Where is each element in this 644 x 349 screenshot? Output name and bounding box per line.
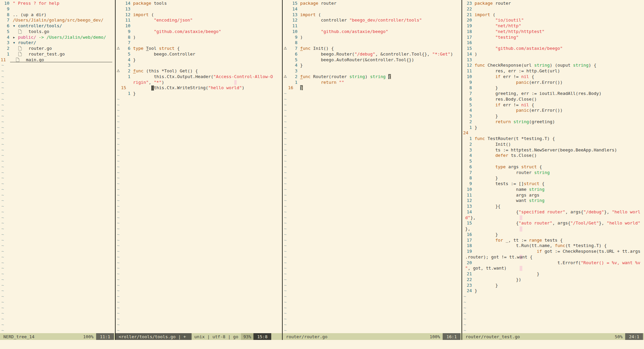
code-row[interactable]: 12 want string	[462, 198, 644, 204]
code-row[interactable]: 17 for _, tt := range tests {	[462, 238, 644, 243]
code-row[interactable]: 9 "github.com/astaxie/beego"	[116, 29, 282, 35]
code-row[interactable]: 12import (	[116, 12, 282, 18]
nerdtree-pane[interactable]: 10" Press ? for help98.. (up a dir)7/Use…	[0, 0, 115, 333]
code-row[interactable]: 13import (	[283, 12, 461, 18]
code-row[interactable]: 1 this.Ctx.Output.Header("Access-Control…	[116, 74, 282, 80]
code-row[interactable]: 10 name string	[462, 187, 644, 193]
code-row[interactable]: 11 args args	[462, 193, 644, 198]
code-row[interactable]: 9 panic(err.Error())	[462, 80, 644, 85]
tree-row[interactable]: 4▸ public/ -> /Users/Jialin/web/demo/	[0, 35, 115, 40]
code-row[interactable]: ", got, tt.want)	[462, 266, 644, 271]
code-row[interactable]: 23 }	[462, 283, 644, 288]
code-row[interactable]: 6 type args struct {	[462, 164, 644, 170]
code-row[interactable]: 7	[116, 40, 282, 46]
code-row[interactable]: 24}	[462, 288, 644, 294]
code-row[interactable]: ⚠2func (this *Tool) Get() {	[116, 68, 282, 74]
tree-row[interactable]: 11 main.go	[0, 57, 115, 63]
status-segment-2[interactable]: router/router.go100%16:1	[283, 333, 461, 340]
code-row[interactable]: 1func TestRouter(t *testing.T) {	[462, 136, 644, 142]
code-row[interactable]: 23package router	[462, 1, 644, 6]
code-row[interactable]: 2 return string(greeting)	[462, 119, 644, 125]
code-row[interactable]: 11 "encoding/json"	[116, 18, 282, 23]
code-row[interactable]: 10 "github.com/astaxie/beego"	[283, 29, 461, 35]
code-row[interactable]: 7 greeting, err := ioutil.ReadAll(res.Bo…	[462, 91, 644, 97]
tree-row[interactable]: 7/Users/Jialin/golang/src/beego_dev/	[0, 18, 115, 23]
tree-row[interactable]: 9	[0, 6, 115, 12]
code-row[interactable]: 8)	[116, 35, 282, 40]
code-row[interactable]: 13	[116, 6, 282, 12]
code-row[interactable]: 4 panic(err.Error())	[462, 108, 644, 113]
code-row[interactable]: 12 controller "beego_dev/controller/tool…	[283, 18, 461, 23]
code-row[interactable]: 10	[116, 23, 282, 29]
code-row[interactable]: 11	[283, 23, 461, 29]
code-row[interactable]: 3 }	[462, 113, 644, 119]
code-row[interactable]: 14	[283, 6, 461, 12]
code-row[interactable]: 9)	[283, 35, 461, 40]
tree-row[interactable]: 5 tools.go	[0, 29, 115, 35]
code-row[interactable]: 3	[116, 63, 282, 68]
status-segment-3[interactable]: router/router_test.go50%24:1	[462, 333, 644, 340]
code-row[interactable]: 3	[283, 68, 461, 74]
code-row[interactable]: 12func CheckResponse(url string) (ouput …	[462, 63, 644, 68]
code-row[interactable]: 18 "net/http/httptest"	[462, 29, 644, 35]
code-row[interactable]: 17 "testing"	[462, 35, 644, 40]
router-test-go-pane[interactable]: 23package router2221import (20 "io/iouti…	[462, 0, 644, 333]
code-row[interactable]: 13	[462, 57, 644, 63]
code-row[interactable]: 19 "net/http"	[462, 23, 644, 29]
tree-row[interactable]: 1 router_test.go	[0, 51, 115, 57]
tree-row[interactable]: 6▾ controller/tools/	[0, 23, 115, 29]
code-row[interactable]: },	[462, 226, 644, 232]
tree-row[interactable]: 8.. (up a dir)	[0, 12, 115, 18]
code-row[interactable]: 5	[462, 159, 644, 164]
code-row[interactable]: 21 }	[462, 271, 644, 277]
code-row[interactable]: 8	[283, 40, 461, 46]
code-row[interactable]: 20 "io/ioutil"	[462, 18, 644, 23]
code-row[interactable]: ⚠7func Init() {	[283, 46, 461, 51]
code-row[interactable]: 15 this.Ctx.WriteString("hello world")	[116, 85, 282, 91]
code-row[interactable]: 1}	[116, 91, 282, 97]
code-row[interactable]: d"},	[462, 215, 644, 221]
code-row[interactable]: 5 if err != nil {	[462, 102, 644, 108]
code-row[interactable]: 8 }	[462, 175, 644, 181]
code-row[interactable]: .router); got != tt.want {	[462, 254, 644, 260]
code-row[interactable]: 9 tests := []struct {	[462, 181, 644, 187]
code-row[interactable]: 13 }{	[462, 204, 644, 209]
code-row[interactable]: 14package tools	[116, 1, 282, 6]
code-row[interactable]: 6 res.Body.Close()	[462, 97, 644, 102]
tree-row[interactable]: 10" Press ? for help	[0, 1, 115, 6]
code-row[interactable]: 10 if err != nil {	[462, 74, 644, 80]
code-row[interactable]: 4}	[283, 63, 461, 68]
code-row[interactable]: 6 beego.Router("/debug", &controller.Too…	[283, 51, 461, 57]
code-row[interactable]: 16	[462, 40, 644, 46]
code-row[interactable]: 15package router	[283, 1, 461, 6]
tree-row[interactable]: 2 router.go	[0, 46, 115, 51]
command-line[interactable]	[0, 340, 644, 349]
code-row[interactable]: 2 Init()	[462, 142, 644, 147]
code-row[interactable]: 14)	[462, 51, 644, 57]
code-row[interactable]: ⚠6type Tool struct {	[116, 46, 282, 51]
code-row[interactable]: 15 {"auto router", args{"/Tool/Get"}, "h…	[462, 220, 644, 226]
code-row[interactable]: 1 return ""	[283, 80, 461, 85]
code-row[interactable]: 4}	[116, 57, 282, 63]
code-row[interactable]: 16 }	[462, 232, 644, 238]
status-segment-active[interactable]: <roller/tools/tools.go | + unix | utf-8 …	[116, 333, 282, 340]
code-row[interactable]: ⚠2func Router(router string) string {	[283, 74, 461, 80]
code-row[interactable]: 15 "github.com/astaxie/beego"	[462, 46, 644, 51]
code-row[interactable]: 22	[462, 6, 644, 12]
code-row[interactable]: 1}	[462, 125, 644, 131]
code-row[interactable]: 16}	[283, 85, 461, 91]
tree-row[interactable]: 3▾ router/	[0, 40, 115, 46]
code-row[interactable]: 7 router string	[462, 170, 644, 176]
code-row[interactable]: 19 if got := CheckResponse(ts.URL + tt.a…	[462, 249, 644, 254]
code-row[interactable]: 3 ts := httptest.NewServer(beego.BeeApp.…	[462, 147, 644, 153]
router-go-pane[interactable]: 15package router1413import (12 controlle…	[283, 0, 461, 333]
code-row[interactable]: 24	[462, 130, 644, 136]
status-segment-0[interactable]: NERD_tree_14100%11:1	[0, 333, 115, 340]
code-row[interactable]: 22 })	[462, 277, 644, 283]
code-row[interactable]: 5 beego.Controller	[116, 51, 282, 57]
code-row[interactable]: 14 {"specified router", args{"/debug"}, …	[462, 209, 644, 215]
code-row[interactable]: 21import (	[462, 12, 644, 18]
tools-go-pane[interactable]: 14package tools1312import (11 "encoding/…	[116, 0, 282, 333]
code-row[interactable]: rigin", "*")	[116, 80, 282, 85]
code-row[interactable]: 5 beego.AutoRouter(&controller.Tool{})	[283, 57, 461, 63]
